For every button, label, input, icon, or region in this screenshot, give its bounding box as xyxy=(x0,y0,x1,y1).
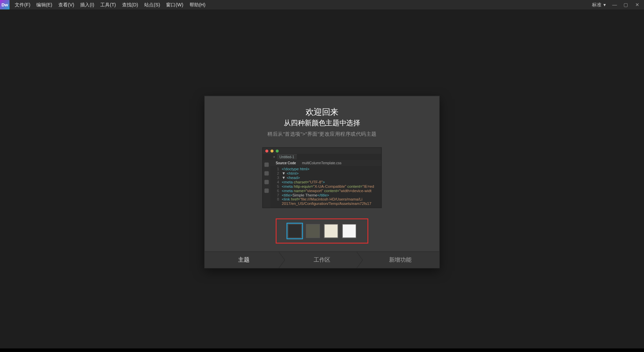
preview-doc-tab: Untitled-1 xyxy=(277,154,297,159)
menu-item[interactable]: 工具(T) xyxy=(100,2,116,8)
minimize-button[interactable]: — xyxy=(612,2,617,7)
theme-swatches xyxy=(276,218,368,244)
theme-swatch[interactable] xyxy=(342,224,356,238)
maximize-button[interactable]: ▢ xyxy=(623,2,628,7)
menu-item[interactable]: 查看(V) xyxy=(58,2,74,8)
wand-icon xyxy=(264,180,269,184)
nav-theme[interactable]: 主题 xyxy=(205,252,283,268)
nav-workspace-label: 工作区 xyxy=(314,256,330,264)
menu-item[interactable]: 编辑(E) xyxy=(36,2,52,8)
traffic-light-close-icon xyxy=(265,149,268,152)
chevron-down-icon: ▾ xyxy=(603,2,606,8)
traffic-light-max-icon xyxy=(276,149,279,152)
close-button[interactable]: ✕ xyxy=(635,2,640,7)
workspace-label: 标准 xyxy=(592,2,601,8)
menu-item[interactable]: 窗口(W) xyxy=(166,2,183,8)
git-icon xyxy=(264,171,269,176)
theme-preview: × Untitled-1 Source Code multiColumnTemp… xyxy=(262,147,382,208)
nav-theme-label: 主题 xyxy=(238,256,250,264)
preview-css-tab: multiColumnTemplate.css xyxy=(302,161,341,165)
dialog-subtitle: 从四种新颜色主题中选择 xyxy=(217,119,427,128)
menu-item[interactable]: 文件(F) xyxy=(15,2,31,8)
workspace-switcher[interactable]: 标准 ▾ xyxy=(592,2,606,8)
theme-swatch[interactable] xyxy=(324,224,338,238)
theme-swatch[interactable] xyxy=(288,224,302,238)
theme-swatch[interactable] xyxy=(306,224,320,238)
menu-item[interactable]: 帮助(H) xyxy=(190,2,206,8)
app-logo: Dw xyxy=(0,0,9,9)
nav-whatsnew-label: 新增功能 xyxy=(389,256,412,264)
dialog-nav: 主题 工作区 新增功能 xyxy=(205,251,439,268)
preview-source-tab: Source Code xyxy=(276,161,296,165)
dialog-title: 欢迎回来 xyxy=(217,106,427,118)
expand-icon xyxy=(264,188,269,193)
traffic-light-min-icon xyxy=(270,149,273,152)
file-icon xyxy=(264,163,269,167)
nav-workspace[interactable]: 工作区 xyxy=(283,252,361,268)
menu-item[interactable]: 站点(S) xyxy=(144,2,160,8)
dialog-hint: 稍后从"首选项">"界面"更改应用程序或代码主题 xyxy=(217,130,427,138)
menubar: Dw 文件(F)编辑(E)查看(V)插入(I)工具(T)查找(D)站点(S)窗口… xyxy=(0,0,644,9)
welcome-dialog: 欢迎回来 从四种新颜色主题中选择 稍后从"首选项">"界面"更改应用程序或代码主… xyxy=(204,96,440,268)
nav-whatsnew[interactable]: 新增功能 xyxy=(361,252,439,268)
menu-item[interactable]: 插入(I) xyxy=(80,2,94,8)
menu-item[interactable]: 查找(D) xyxy=(122,2,138,8)
taskbar xyxy=(0,348,644,352)
